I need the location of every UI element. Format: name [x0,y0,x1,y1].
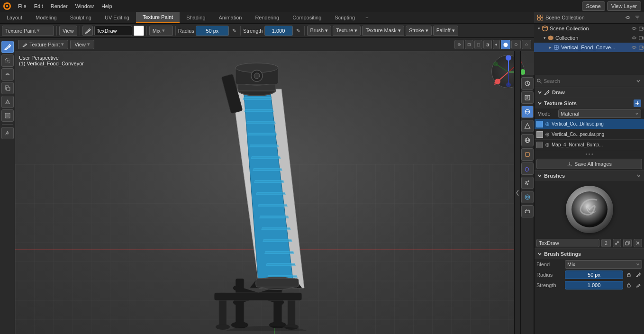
brush-settings-header[interactable]: Brush Settings [535,249,644,259]
brush-name-input[interactable]: TexDraw [94,26,132,36]
radius-edit-icon[interactable]: ✎ [230,27,238,35]
tab-scripting[interactable]: Scripting [328,11,362,23]
3d-viewport[interactable]: User Perspective (1) Vertical_Food_Conve… [15,51,534,334]
bs-strength-lock-icon[interactable] [625,281,633,289]
panel-collapse-button[interactable] [514,51,521,334]
brush-icon-btn[interactable] [82,26,93,36]
obj-camera-icon[interactable] [638,45,644,50]
falloff-menu[interactable]: Falloff ▾ [433,26,458,36]
prop-icon-modifiers[interactable] [521,162,534,175]
viewport-gizmo-btn[interactable]: ☆ [522,40,531,49]
panel-search-dropdown[interactable] [635,77,642,85]
tab-layout[interactable]: Layout [0,11,29,23]
viewport-shading-wire[interactable]: ◻ [474,40,482,49]
tool-smear[interactable] [1,68,14,81]
menu-file[interactable]: File [14,0,30,12]
menu-edit[interactable]: Edit [30,0,47,12]
prop-icon-object[interactable] [521,148,534,161]
strength-edit-icon[interactable]: ✎ [294,27,302,35]
view-button[interactable]: View [59,26,77,36]
tool-clone[interactable] [1,82,14,94]
col-visibility-icon[interactable] [631,35,637,41]
bs-strength-edit-icon[interactable] [635,281,642,289]
tab-sculpting[interactable]: Sculpting [63,11,98,23]
tool-mask[interactable] [1,109,14,122]
viewport-shading-render[interactable]: ⬤ [501,40,510,49]
outliner-filter-icon[interactable] [634,14,641,21]
col-camera-icon[interactable] [638,35,644,41]
save-all-images-button[interactable]: Save All Images [536,159,642,169]
tool-draw[interactable] [1,41,14,53]
scene-selector[interactable]: Scene [582,1,605,11]
bs-strength-field[interactable]: 1.000 [565,281,623,289]
brush-name-field[interactable]: TexDraw [536,239,599,247]
viewport-perspective-btn[interactable]: ⊡ [465,40,473,49]
blend-dropdown[interactable]: Mix [565,260,642,269]
bs-radius-edit-icon[interactable] [635,271,642,279]
tab-rendering[interactable]: Rendering [248,11,286,23]
tab-compositing[interactable]: Compositing [286,11,328,23]
ts-add-button[interactable] [634,99,641,107]
blend-mode-dropdown[interactable]: Mix ▾ [149,26,173,36]
radius-field[interactable]: 50 px [196,26,229,36]
viewport-overlay-btn[interactable]: ⊙ [511,40,521,49]
tab-modeling[interactable]: Modeling [29,11,63,23]
obj-visibility-icon[interactable] [631,45,637,50]
texture-mask-menu[interactable]: Texture Mask ▾ [362,26,404,36]
prop-icon-render[interactable] [521,77,534,90]
viewport-axis-btn[interactable]: ⊕ [454,40,464,49]
prop-icon-constraints[interactable] [521,205,534,217]
menu-render[interactable]: Render [47,0,72,12]
outliner-object[interactable]: ▸ Vertical_Food_Conve... [534,43,644,52]
brushes-expand-icon[interactable] [636,173,641,178]
tool-fill[interactable] [1,96,14,108]
texture-slots-header[interactable]: Texture Slots [535,98,644,108]
bs-radius-lock-icon[interactable] [625,271,633,279]
viewport-shading-solid[interactable]: ◑ [483,40,492,49]
strength-field[interactable]: 1.000 [264,26,293,36]
prop-icon-scene[interactable] [521,120,534,132]
sc-visibility-icon[interactable] [631,26,637,31]
texture-menu[interactable]: Texture ▾ [333,26,361,36]
brush-link-icon-btn[interactable] [613,239,621,247]
svg-marker-48 [246,121,276,124]
prop-icon-world[interactable] [521,134,534,146]
sc-camera-icon[interactable] [638,26,644,31]
tab-texture-paint[interactable]: Texture Paint [136,11,180,23]
draw-section-header[interactable]: Draw [535,87,644,98]
ts-mode-dropdown[interactable]: Material [558,109,641,118]
paint-mode-dropdown[interactable]: Texture Paint ▾ [18,40,68,49]
outliner-scene-collection[interactable]: ▾ Scene Collection [534,24,644,33]
brush-delete-btn[interactable] [634,239,642,247]
brush-menu[interactable]: Brush ▾ [307,26,332,36]
bs-radius-field[interactable]: 50 px [565,271,623,279]
prop-icon-particles[interactable] [521,177,534,189]
brushes-section-header[interactable]: Brushes [535,171,644,181]
menu-help[interactable]: Help [98,0,116,12]
prop-icon-viewlayer[interactable] [521,106,534,118]
brush-duplicate-btn[interactable] [623,239,632,247]
prop-icon-output[interactable] [521,91,534,104]
menu-window[interactable]: Window [72,0,98,12]
prop-icon-physics[interactable] [521,191,534,203]
texture-slot-item-2[interactable]: Map_4_Normal_Bump... [535,140,644,150]
tool-soften[interactable] [1,54,14,67]
view-dropdown[interactable]: View ▾ [70,40,94,49]
radius-label: Radius [178,28,194,34]
outliner-collection[interactable]: ▾ Collection [534,33,644,43]
mode-selector[interactable]: Texture Paint ▾ [2,26,54,36]
view-layer-selector[interactable]: View Layer [607,1,641,11]
tool-color-picker[interactable] [1,127,14,139]
outliner-visibility-icon[interactable] [624,14,632,21]
tab-animation[interactable]: Animation [212,11,249,23]
texture-slot-item-0[interactable]: Vertical_Co...Diffuse.png [535,119,644,129]
viewport-shading-material[interactable]: ● [493,40,500,49]
tab-uv-editing[interactable]: UV Editing [98,11,136,23]
color-swatch[interactable] [134,26,144,36]
texture-slot-item-1[interactable]: Vertical_Co...pecular.png [535,129,644,140]
tab-add-button[interactable]: + [362,11,372,23]
tab-shading[interactable]: Shading [180,11,212,23]
panel-search-input[interactable] [544,77,633,85]
ts-more-indicator[interactable]: • • • [535,150,644,158]
stroke-menu[interactable]: Stroke ▾ [406,26,432,36]
